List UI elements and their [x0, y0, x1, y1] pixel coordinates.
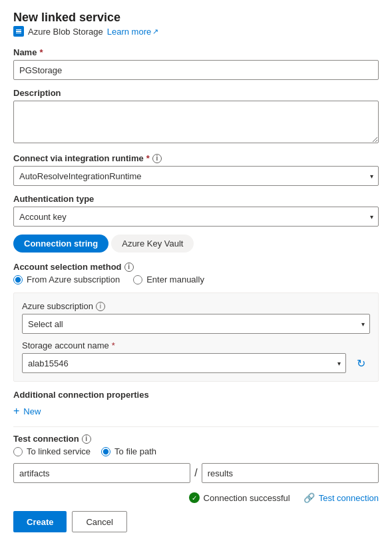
radio-azure-input[interactable] — [13, 275, 23, 284]
description-field-group: Description — [13, 88, 379, 145]
footer-buttons: Create Cancel — [13, 511, 379, 532]
plus-icon: + — [13, 405, 19, 417]
path-field2-input[interactable] — [202, 463, 379, 483]
test-connection-btn-label: Test connection — [319, 493, 379, 503]
runtime-field-group: Connect via integration runtime * i Auto… — [13, 153, 379, 186]
runtime-info-icon[interactable]: i — [152, 154, 162, 163]
svg-rect-2 — [16, 33, 21, 33]
azure-subscription-info-icon[interactable]: i — [96, 302, 105, 311]
auth-type-label: Authentication type — [13, 194, 379, 204]
path-separator: / — [194, 467, 197, 479]
connection-success-badge: ✓ Connection successful — [189, 492, 290, 503]
radio-manual-input[interactable] — [133, 275, 142, 284]
azure-subscription-select-wrapper: Select all ▾ — [22, 314, 370, 334]
azure-subscription-select[interactable]: Select all — [22, 314, 370, 334]
test-connection-button[interactable]: 🔗 Test connection — [303, 492, 379, 503]
external-link-icon: ↗ — [152, 27, 158, 36]
account-selection-info-icon[interactable]: i — [124, 263, 134, 272]
storage-account-select[interactable]: alab15546 — [22, 353, 346, 373]
auth-type-field-group: Authentication type Account key ▾ — [13, 194, 379, 227]
storage-account-select-wrapper: alab15546 ▾ — [22, 353, 346, 373]
test-connection-label: Test connection i — [13, 434, 379, 444]
storage-account-row: alab15546 ▾ ↻ — [22, 353, 370, 373]
auth-tab-group: Connection string Azure Key Vault — [13, 235, 379, 253]
page-title: New linked service — [13, 11, 379, 25]
file-path-row: / — [13, 463, 379, 483]
add-new-button[interactable]: + New — [13, 405, 41, 417]
name-input[interactable] — [13, 60, 379, 80]
service-subtitle: Azure Blob Storage Learn more ↗ — [13, 26, 379, 37]
divider — [13, 426, 379, 427]
azure-subscription-label: Azure subscription i — [22, 301, 370, 311]
connection-string-tab[interactable]: Connection string — [13, 235, 108, 253]
auth-type-select-wrapper: Account key ▾ — [13, 207, 379, 227]
additional-props-group: Additional connection properties + New — [13, 390, 379, 417]
success-checkmark-icon: ✓ — [189, 492, 200, 503]
test-connection-radio-group: To linked service To file path — [13, 446, 379, 456]
description-input[interactable] — [13, 101, 379, 143]
storage-icon — [13, 26, 24, 37]
svg-rect-1 — [16, 31, 21, 32]
radio-file-label: To file path — [114, 446, 156, 456]
test-connection-link-icon: 🔗 — [303, 492, 315, 503]
radio-manual-label: Enter manually — [146, 275, 204, 284]
runtime-select[interactable]: AutoResolveIntegrationRuntime — [13, 166, 379, 186]
radio-to-file-path[interactable]: To file path — [101, 446, 156, 456]
radio-linked-label: To linked service — [27, 446, 91, 456]
account-selection-radio-group: From Azure subscription Enter manually — [13, 275, 379, 284]
storage-account-group: Storage account name * alab15546 ▾ ↻ — [22, 340, 370, 373]
azure-sub-section: Azure subscription i Select all ▾ Storag… — [13, 292, 379, 382]
radio-file-input[interactable] — [101, 447, 110, 456]
cancel-button[interactable]: Cancel — [72, 511, 126, 532]
svg-rect-3 — [16, 29, 21, 30]
test-connection-section: Test connection i To linked service To f… — [13, 434, 379, 483]
status-row: ✓ Connection successful 🔗 Test connectio… — [13, 492, 379, 503]
storage-refresh-button[interactable]: ↻ — [351, 354, 370, 372]
radio-azure-label: From Azure subscription — [27, 275, 120, 284]
azure-key-vault-tab[interactable]: Azure Key Vault — [111, 235, 194, 253]
auth-type-select[interactable]: Account key — [13, 207, 379, 227]
account-selection-group: Account selection method i From Azure su… — [13, 262, 379, 284]
runtime-label: Connect via integration runtime * i — [13, 153, 379, 163]
new-btn-label: New — [23, 406, 41, 416]
runtime-select-wrapper: AutoResolveIntegrationRuntime ▾ — [13, 166, 379, 186]
description-label: Description — [13, 88, 379, 98]
radio-linked-input[interactable] — [13, 447, 23, 456]
additional-props-label: Additional connection properties — [13, 390, 379, 400]
account-selection-label: Account selection method i — [13, 262, 379, 272]
storage-account-label: Storage account name * — [22, 340, 370, 350]
azure-subscription-group: Azure subscription i Select all ▾ — [22, 301, 370, 334]
name-field-group: Name* — [13, 47, 379, 80]
radio-azure-subscription[interactable]: From Azure subscription — [13, 275, 120, 284]
name-label: Name* — [13, 47, 379, 57]
connection-success-label: Connection successful — [204, 493, 290, 503]
service-type-label: Azure Blob Storage — [28, 27, 103, 37]
create-button[interactable]: Create — [13, 511, 67, 532]
path-field1-input[interactable] — [13, 463, 190, 483]
learn-more-link[interactable]: Learn more ↗ — [107, 27, 158, 37]
radio-to-linked-service[interactable]: To linked service — [13, 446, 91, 456]
test-connection-info-icon[interactable]: i — [82, 434, 91, 444]
radio-enter-manually[interactable]: Enter manually — [133, 275, 204, 284]
